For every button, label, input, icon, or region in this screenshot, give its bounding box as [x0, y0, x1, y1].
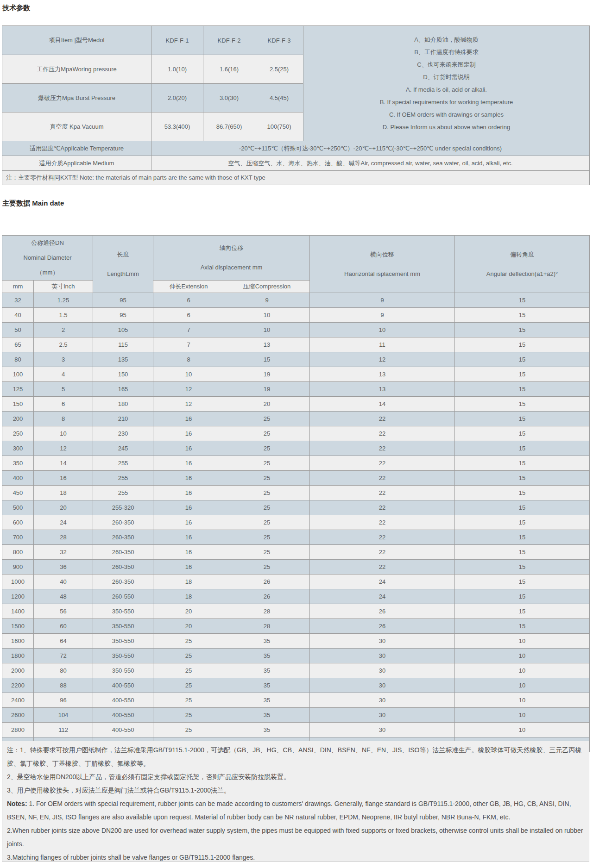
table-cell: 40 — [2, 308, 34, 323]
table-cell: 14 — [310, 397, 455, 412]
table-cell: 350 — [2, 456, 34, 471]
table-cell: 15 — [455, 397, 590, 412]
table-cell: 260-350 — [93, 545, 153, 560]
header-line: Angular deflection(a1+a2)° — [455, 264, 589, 284]
table-cell: 25 — [153, 663, 224, 678]
table-cell: 1800 — [2, 649, 34, 663]
table-cell: 80 — [2, 352, 34, 367]
table-row: 50020255-32016252215 — [2, 500, 590, 515]
table-cell: 115 — [93, 337, 153, 352]
table-cell: 10 — [455, 649, 590, 663]
table-cell: 10 — [310, 323, 455, 337]
table-cell: 6 — [153, 308, 224, 323]
table-row: 150060350-55020282615 — [2, 619, 590, 634]
table-cell: 48 — [34, 589, 93, 604]
table-cell: 10 — [455, 634, 590, 649]
table-cell: 255 — [93, 486, 153, 500]
table-cell: 2600 — [2, 708, 34, 723]
table-cell: 36 — [34, 560, 93, 575]
table-cell: 35 — [224, 663, 310, 678]
table-cell: 15 — [455, 545, 590, 560]
table-cell: 10 — [455, 678, 590, 693]
table-row: 652.51157131115 — [2, 337, 590, 352]
side-note-line: C. If OEM orders with drawings or sample… — [303, 108, 589, 121]
note-text: 2.When rubber joints size above DN200 ar… — [7, 827, 583, 848]
table-cell: 135 — [93, 352, 153, 367]
table-cell: 16 — [153, 486, 224, 500]
table-cell: 100(750) — [255, 112, 303, 141]
table-row: 4001625516252215 — [2, 471, 590, 486]
table-cell: 20 — [153, 604, 224, 619]
table-cell: 15 — [455, 604, 590, 619]
table-cell: 3.0(30) — [203, 84, 255, 112]
table-cell: 230 — [93, 426, 153, 441]
table-cell: 16 — [153, 441, 224, 456]
table-cell: 4.5(45) — [255, 84, 303, 112]
note-zh-3: 3、用户使用橡胶接头，对应法兰应是阀门法兰或符合GB/T9115.1-2000法… — [7, 784, 584, 797]
table-cell: 16 — [153, 412, 224, 426]
note-text: 3.Matching flanges of rubber joints shal… — [7, 854, 255, 861]
table-cell: 26 — [224, 575, 310, 589]
table-cell: 18 — [153, 589, 224, 604]
ordering-notes-cell: A、如介质油，酸碱物质B、工作温度有特殊要求C、也可来函来图定制D、订货时需说明… — [303, 26, 590, 141]
table-cell: 22 — [310, 471, 455, 486]
col-header-nominal-diameter: 公称通径DN Nominal Diameter （mm） — [2, 236, 93, 281]
table-row: 321.259569915 — [2, 293, 590, 308]
table-cell: 25 — [224, 515, 310, 530]
table-row: 5021057101015 — [2, 323, 590, 337]
table-row: 2600104400-55025353010 — [2, 708, 590, 723]
table-cell: 1.6(16) — [203, 55, 255, 84]
table-cell: 12 — [153, 382, 224, 397]
table-cell: 2200 — [2, 678, 34, 693]
table-cell: 30 — [310, 678, 455, 693]
table-cell: 56 — [34, 604, 93, 619]
table-row: 240096400-55025353010 — [2, 693, 590, 708]
table-cell: 32 — [2, 293, 34, 308]
table-cell: 350-550 — [93, 663, 153, 678]
table-cell: 22 — [310, 456, 455, 471]
col-header-horizontal-displacement: 横向位移 Haorizontal isplacement mm — [310, 236, 455, 293]
table-cell: 86.7(650) — [203, 112, 255, 141]
table-cell: 1.25 — [34, 293, 93, 308]
side-note-line: D. Please Inform us about above when ord… — [303, 121, 589, 133]
row-label: 真空度 Kpa Vacuum — [2, 112, 151, 141]
section-title-main-data: 主要数据 Main date — [2, 199, 64, 208]
table-cell: 35 — [224, 649, 310, 663]
table-cell: 1200 — [2, 589, 34, 604]
table-cell: 400-550 — [93, 723, 153, 737]
table-row: 140056350-55020282615 — [2, 604, 590, 619]
table-cell: 22 — [310, 515, 455, 530]
table-cell: 26 — [310, 619, 455, 634]
sub-header-mm: mm — [2, 281, 34, 293]
table-cell: 255-320 — [93, 500, 153, 515]
table-cell: 65 — [2, 337, 34, 352]
table-cell: 95 — [93, 308, 153, 323]
model-name-kdf-f-2: KDF-F-2 — [203, 26, 255, 55]
table-cell: 22 — [310, 486, 455, 500]
section-title-tech-params: 技术参数 — [2, 4, 30, 12]
side-note-line: B. If special requirements for working t… — [303, 96, 589, 108]
table-cell: 250 — [2, 426, 34, 441]
table-cell: 15 — [455, 575, 590, 589]
table-cell: 22 — [310, 560, 455, 575]
row-label: 工作压力MpaWoring pressure — [2, 55, 151, 84]
table-cell: 25 — [224, 530, 310, 545]
table-cell: 25 — [224, 456, 310, 471]
table-cell: 2400 — [2, 693, 34, 708]
table-cell: 700 — [2, 530, 34, 545]
table-cell: 2.0(20) — [151, 84, 203, 112]
table-cell: 28 — [224, 619, 310, 634]
table-cell: 260-350 — [93, 575, 153, 589]
table-cell: 25 — [224, 560, 310, 575]
table-cell: 15 — [455, 412, 590, 426]
table-cell: 112 — [34, 723, 93, 737]
table-cell: 15 — [455, 560, 590, 575]
table-cell: 22 — [310, 545, 455, 560]
table-cell: 8 — [34, 412, 93, 426]
table-cell: 15 — [455, 323, 590, 337]
table-cell: 25 — [224, 500, 310, 515]
table-row: 60024260-35016252215 — [2, 515, 590, 530]
table-cell: 25 — [153, 723, 224, 737]
table-cell: 20 — [224, 397, 310, 412]
table-cell: 28 — [224, 604, 310, 619]
